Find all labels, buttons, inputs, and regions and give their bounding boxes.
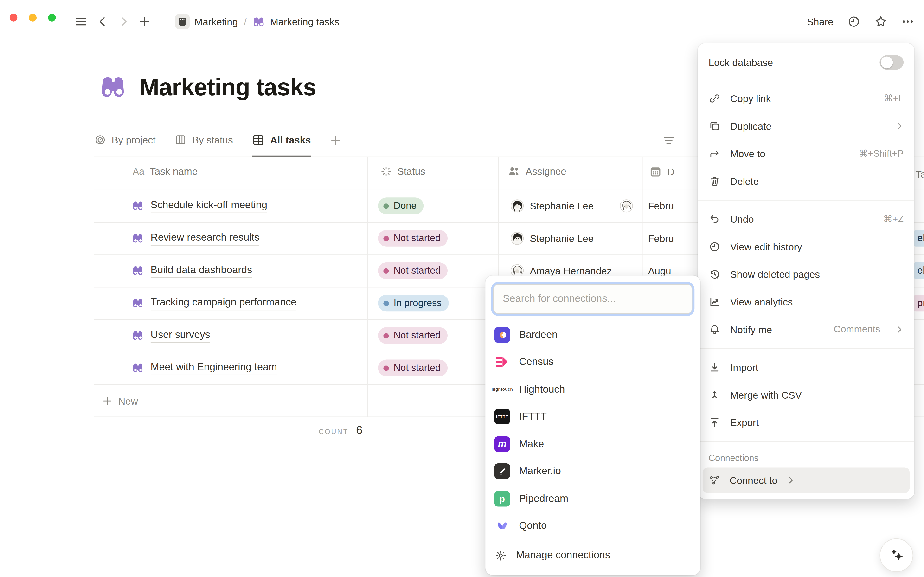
chevron-right-icon bbox=[895, 122, 903, 130]
task-name-link[interactable]: Review research results bbox=[151, 231, 259, 245]
connection-item-pipedream[interactable]: p Pipedream bbox=[489, 485, 697, 512]
tab-by-status[interactable]: By status bbox=[175, 124, 233, 157]
menu-item-view-edit-history[interactable]: View edit history bbox=[698, 233, 914, 261]
back-icon[interactable] bbox=[96, 16, 109, 28]
breadcrumb: Marketing / Marketing tasks bbox=[175, 10, 339, 34]
status-pill[interactable]: Not started bbox=[378, 359, 448, 377]
task-name-link[interactable]: User surveys bbox=[151, 329, 210, 342]
tab-all-tasks[interactable]: All tasks bbox=[252, 124, 311, 157]
tab-by-project[interactable]: By project bbox=[94, 124, 156, 157]
sidebar-menu-icon[interactable] bbox=[74, 15, 88, 28]
favorite-star-icon[interactable] bbox=[874, 15, 887, 28]
status-pill[interactable]: Done bbox=[378, 197, 424, 214]
breadcrumb-separator: / bbox=[244, 16, 246, 27]
task-binoculars-icon bbox=[132, 297, 144, 309]
breadcrumb-parent[interactable]: Marketing bbox=[194, 16, 238, 27]
menu-item-export[interactable]: Export bbox=[698, 409, 914, 437]
status-pill[interactable]: In progress bbox=[378, 295, 449, 311]
column-header-date[interactable]: D bbox=[649, 166, 675, 178]
avatar-stephanie bbox=[511, 199, 524, 213]
column-header-task[interactable]: Aa Task name bbox=[133, 166, 198, 177]
search-input[interactable] bbox=[502, 292, 684, 305]
filter-icon[interactable] bbox=[662, 134, 676, 147]
tag-pill-fragment[interactable]: eb bbox=[914, 263, 924, 279]
window-controls bbox=[10, 14, 56, 21]
date-cell[interactable]: Febru bbox=[648, 222, 698, 255]
plus-icon bbox=[102, 395, 113, 406]
status-pill[interactable]: Not started bbox=[378, 263, 448, 279]
tag-pill-fragment[interactable]: eb bbox=[914, 230, 924, 247]
menu-item-copy-link[interactable]: Copy link⌘+L bbox=[698, 85, 914, 113]
date-cell[interactable]: Febru bbox=[648, 190, 698, 222]
menu-item-connect-to[interactable]: Connect to bbox=[702, 467, 910, 493]
count-footer[interactable]: COUNT 6 bbox=[216, 424, 362, 437]
new-tab-icon[interactable] bbox=[138, 16, 151, 28]
status-pill[interactable]: Not started bbox=[378, 230, 448, 247]
zoom-window-button[interactable] bbox=[48, 14, 56, 21]
task-name-link[interactable]: Meet with Engineering team bbox=[151, 361, 277, 375]
task-name-link[interactable]: Schedule kick-off meeting bbox=[151, 199, 267, 213]
avatar-stephanie bbox=[511, 232, 524, 245]
lock-database-toggle[interactable] bbox=[879, 55, 903, 69]
menu-item-undo[interactable]: Undo⌘+Z bbox=[698, 205, 914, 233]
count-label: COUNT bbox=[318, 428, 349, 435]
topbar-actions: Share bbox=[807, 10, 914, 34]
menu-item-show-deleted-pages[interactable]: Show deleted pages bbox=[698, 261, 914, 288]
connection-item-census[interactable]: Census bbox=[489, 348, 697, 376]
tag-pill-fragment[interactable]: pr bbox=[914, 295, 924, 311]
connections-search[interactable] bbox=[493, 284, 693, 314]
chevron-right-icon bbox=[895, 325, 903, 334]
menu-item-move-to[interactable]: Move to⌘+Shift+P bbox=[698, 140, 914, 168]
nav-controls bbox=[74, 10, 151, 34]
column-header-tags[interactable]: Ta bbox=[916, 169, 924, 180]
new-row-button[interactable]: New bbox=[102, 385, 138, 417]
assignee-name[interactable]: Stephanie Lee bbox=[530, 200, 594, 211]
status-pill[interactable]: Not started bbox=[378, 327, 448, 344]
menu-item-notify-me[interactable]: Notify me Comments bbox=[698, 316, 914, 343]
updates-clock-icon[interactable] bbox=[847, 15, 860, 28]
status-spinner-icon bbox=[381, 166, 392, 177]
menu-divider bbox=[698, 441, 914, 442]
menu-item-merge-with-csv[interactable]: Merge with CSV bbox=[698, 381, 914, 409]
notify-me-value: Comments bbox=[834, 324, 880, 335]
column-header-assignee[interactable]: Assignee bbox=[508, 166, 566, 177]
task-name-link[interactable]: Tracking campaign performance bbox=[151, 297, 296, 310]
connection-item-markerio[interactable]: Marker.io bbox=[489, 458, 697, 485]
more-options-icon[interactable] bbox=[901, 15, 914, 28]
manage-connections-button[interactable]: Manage connections bbox=[485, 538, 700, 572]
page-binoculars-icon[interactable] bbox=[100, 73, 127, 101]
task-name-link[interactable]: Build data dashboards bbox=[151, 264, 252, 277]
connections-list: Bardeen Census hightouch Hightouch IFTTT… bbox=[485, 316, 700, 538]
connection-item-bardeen[interactable]: Bardeen bbox=[489, 321, 697, 348]
import-icon bbox=[709, 361, 721, 373]
notion-ai-button[interactable] bbox=[879, 538, 913, 572]
binoculars-icon bbox=[253, 15, 265, 28]
duplicate-icon bbox=[709, 120, 721, 132]
breadcrumb-current[interactable]: Marketing tasks bbox=[270, 16, 339, 27]
minimize-window-button[interactable] bbox=[29, 14, 37, 21]
connection-item-ifttt[interactable]: IFTTT IFTTT bbox=[489, 403, 697, 430]
share-button[interactable]: Share bbox=[807, 16, 834, 27]
connection-item-qonto[interactable]: Qonto bbox=[489, 512, 697, 538]
close-window-button[interactable] bbox=[10, 14, 17, 21]
menu-item-import[interactable]: Import bbox=[698, 354, 914, 381]
view-tabs: By project By status All tasks bbox=[94, 124, 341, 157]
page-title[interactable]: Marketing tasks bbox=[139, 73, 316, 100]
menu-item-view-analytics[interactable]: View analytics bbox=[698, 288, 914, 316]
history-restore-icon bbox=[709, 268, 721, 280]
marketing-page-icon[interactable] bbox=[175, 15, 190, 29]
assignee-name[interactable]: Amaya Hernandez bbox=[530, 265, 612, 276]
target-icon bbox=[94, 134, 106, 146]
notion-window: Marketing / Marketing tasks Share Market… bbox=[0, 0, 924, 577]
menu-item-delete[interactable]: Delete bbox=[698, 168, 914, 195]
move-to-icon bbox=[709, 148, 721, 160]
connection-item-hightouch[interactable]: hightouch Hightouch bbox=[489, 376, 697, 403]
assignee-name[interactable]: Stephanie Lee bbox=[530, 232, 594, 244]
column-header-status[interactable]: Status bbox=[381, 166, 425, 177]
connection-item-make[interactable]: m Make bbox=[489, 430, 697, 458]
forward-icon[interactable] bbox=[118, 16, 130, 28]
trash-icon bbox=[709, 175, 721, 187]
add-view-icon[interactable] bbox=[330, 135, 341, 146]
lock-database-row[interactable]: Lock database bbox=[698, 44, 914, 82]
menu-item-duplicate[interactable]: Duplicate bbox=[698, 112, 914, 140]
